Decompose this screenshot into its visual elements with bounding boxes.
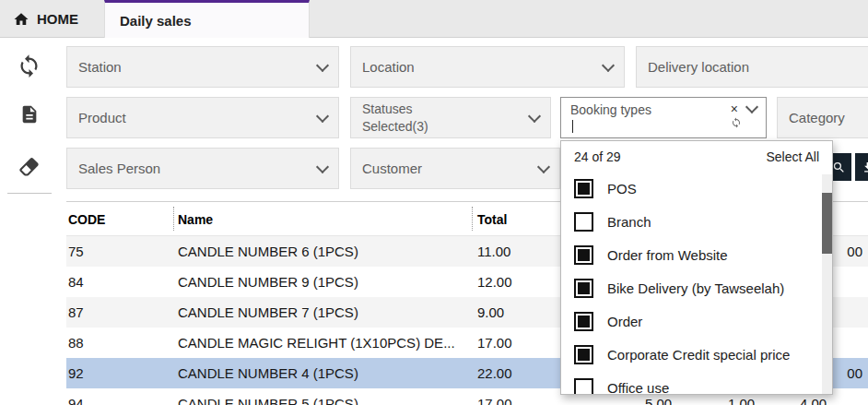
dropdown-option-label: Order from Website	[607, 247, 728, 263]
checkbox[interactable]	[574, 179, 593, 198]
chevron-down-icon	[316, 58, 329, 71]
cell-name: CANDLE NUMBER 9 (1PCS)	[178, 267, 475, 297]
product-filter-label: Product	[78, 110, 126, 125]
dropdown-option-label: Branch	[607, 214, 651, 230]
cell-name: CANDLE NUMBER 6 (1PCS)	[178, 236, 475, 267]
dropdown-option[interactable]: Bike Delivery (by Tawseelah)	[561, 271, 832, 304]
chevron-down-icon	[602, 58, 615, 71]
home-icon	[13, 11, 29, 28]
booking-types-dropdown: 24 of 29 Select All POS Branch Order fro…	[560, 140, 833, 395]
cell-name: CANDLE NUMBER 4 (1PCS)	[178, 358, 475, 388]
dropdown-option[interactable]: POS	[561, 172, 832, 205]
booking-types-filter-label: Booking types	[570, 102, 651, 117]
dropdown-count-text: 24 of 29	[574, 149, 621, 164]
cell-code: 92	[68, 358, 84, 388]
column-divider	[173, 207, 174, 231]
sidebar-divider	[7, 193, 52, 194]
small-sync-icon	[731, 117, 742, 128]
checkbox[interactable]	[574, 345, 593, 364]
cell-total: 12.00	[477, 267, 512, 297]
dropdown-option[interactable]: Order	[561, 304, 832, 338]
customer-filter[interactable]: Customer	[350, 148, 560, 189]
dropdown-option[interactable]: Order from Website	[561, 238, 832, 271]
category-filter-label: Category	[789, 110, 845, 125]
tab-daily-sales-label: Daily sales	[120, 13, 192, 29]
scrollbar-thumb[interactable]	[822, 193, 832, 254]
dropdown-option-label: Corporate Credit special price	[607, 347, 790, 363]
clear-icon[interactable]: ×	[731, 102, 738, 115]
dropdown-option-label: Order	[607, 314, 642, 329]
cell-total: 17.00	[477, 388, 512, 405]
chevron-down-icon	[316, 109, 329, 122]
cell-total: 17.00	[477, 328, 512, 358]
category-filter[interactable]: Category	[777, 97, 868, 138]
checkbox[interactable]	[574, 212, 593, 232]
chevron-down-icon	[528, 109, 541, 122]
sales-person-filter-label: Sales Person	[78, 161, 160, 176]
checkbox[interactable]	[574, 245, 593, 265]
search-icon	[832, 161, 846, 174]
sales-person-filter[interactable]: Sales Person	[66, 148, 339, 189]
statuses-filter-label: Statuses	[362, 101, 428, 118]
cell-code: 94	[68, 388, 84, 405]
delivery-location-filter-label: Delivery location	[648, 59, 749, 75]
cell-total: 11.00	[477, 236, 510, 267]
export-icon	[862, 161, 868, 174]
checkbox[interactable]	[574, 378, 593, 396]
station-filter[interactable]: Station	[66, 46, 339, 88]
cell-code: 84	[68, 267, 84, 297]
checkbox[interactable]	[574, 312, 593, 331]
cell-name: CANDLE MAGIC RELIGHT (1X10PCS) DE...	[178, 328, 475, 358]
dropdown-option[interactable]: Office use	[561, 371, 832, 395]
cell-partial-value: 00	[847, 358, 862, 388]
tab-home[interactable]: HOME	[0, 0, 97, 38]
chevron-down-icon	[745, 101, 758, 113]
tab-daily-sales[interactable]: Daily sales	[104, 0, 310, 38]
statuses-filter[interactable]: Statuses Selected(3)	[350, 97, 551, 138]
dropdown-option-label: POS	[607, 181, 637, 197]
column-header-total[interactable]: Total	[477, 202, 507, 237]
text-caret	[572, 120, 573, 133]
daily-sales-screen: HOME Daily sales Station Location Delive…	[0, 0, 868, 405]
checkbox[interactable]	[574, 279, 593, 298]
cell-code: 88	[68, 328, 84, 358]
chevron-down-icon	[537, 160, 550, 173]
select-all-link[interactable]: Select All	[766, 149, 819, 164]
station-filter-label: Station	[78, 59, 122, 75]
booking-types-filter[interactable]: Booking types ×	[560, 97, 767, 138]
dropdown-option-label: Office use	[607, 380, 669, 396]
cell-total: 22.00	[477, 358, 512, 388]
dropdown-option[interactable]: Corporate Credit special price	[561, 338, 832, 371]
statuses-selected-count: Selected(3)	[362, 118, 428, 136]
cell-total: 9.00	[477, 297, 504, 328]
column-header-code[interactable]: CODE	[68, 202, 105, 237]
customer-filter-label: Customer	[362, 161, 422, 176]
column-header-name[interactable]: Name	[178, 202, 213, 237]
column-divider	[472, 207, 473, 231]
cell-partial-value: 00	[847, 236, 862, 267]
export-button[interactable]	[855, 153, 868, 181]
cell-name: CANDLE NUMBER 7 (1PCS)	[178, 297, 475, 328]
dropdown-option-label: Bike Delivery (by Tawseelah)	[607, 280, 784, 296]
cell-code: 75	[68, 236, 84, 267]
report-icon[interactable]	[19, 103, 40, 129]
cell-code: 87	[68, 297, 84, 328]
location-filter-label: Location	[362, 59, 415, 75]
product-filter[interactable]: Product	[66, 97, 339, 138]
tab-home-label: HOME	[37, 11, 78, 27]
location-filter[interactable]: Location	[350, 46, 625, 88]
chevron-down-icon	[316, 160, 329, 173]
dropdown-option[interactable]: Branch	[561, 205, 832, 238]
cell-name: CANDLE NUMBER 5 (1PCS)	[178, 388, 475, 405]
sync-icon[interactable]	[17, 54, 41, 82]
delivery-location-filter[interactable]: Delivery location	[636, 46, 868, 88]
eraser-icon[interactable]	[18, 155, 41, 182]
